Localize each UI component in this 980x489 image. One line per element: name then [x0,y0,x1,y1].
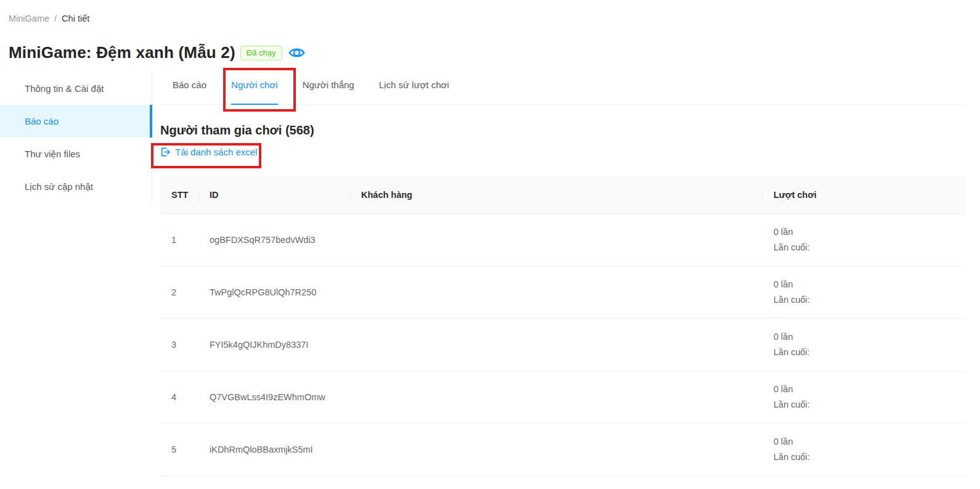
cell-customer [350,266,762,318]
last-play: Lần cuối: [774,345,955,360]
cell-plays: 0 lần Lần cuối: [762,423,965,475]
download-excel-link[interactable]: Tải danh sách excel [160,147,257,157]
column-header-stt: STT [160,176,198,213]
cell-stt: 3 [160,318,198,371]
cell-plays: 0 lần Lần cuối: [762,213,965,266]
status-badge: Đã chạy [240,46,282,60]
tab-nguoi-thang[interactable]: Người thắng [303,68,354,105]
table-header-row: STT ID Khách hàng Lượt chơi [160,176,965,213]
sidebar-item-thong-tin-cai-dat[interactable]: Thông tin & Cài đặt [0,72,152,105]
cell-plays: 0 lần Lần cuối: [762,318,965,371]
column-header-plays: Lượt chơi [762,176,965,213]
table-row: 3 FYI5k4gQIJKhmDy8337I 0 lần Lần cuối: [160,318,965,371]
cell-id: TwPglQcRPG8UlQh7R250 [198,266,350,318]
cell-stt: 2 [160,266,198,318]
last-play: Lần cuối: [774,240,955,255]
sidebar-item-thu-vien-files[interactable]: Thư viện files [0,138,152,170]
breadcrumb-minigame[interactable]: MiniGame [9,14,49,23]
sidebar-item-bao-cao[interactable]: Báo cáo [0,105,152,138]
tab-nguoi-choi[interactable]: Người chơi [231,68,278,105]
tab-lich-su-luot-choi[interactable]: Lịch sử lượt chơi [379,68,449,105]
breadcrumb-separator: / [54,14,57,23]
eye-icon [288,44,305,61]
cell-customer [350,213,762,266]
plays-count: 0 lần [774,382,955,397]
export-icon [160,147,171,157]
cell-stt: 1 [160,213,198,266]
page-header: MiniGame: Đệm xanh (Mẫu 2) Đã chạy [9,43,306,62]
table-row: 5 iKDhRmQloBBaxmjkS5mI 0 lần Lần cuối: [160,423,965,475]
page-title: MiniGame: Đệm xanh (Mẫu 2) [9,43,235,62]
cell-id: iKDhRmQloBBaxmjkS5mI [198,423,350,475]
download-excel-label: Tải danh sách excel [175,147,257,157]
column-header-id: ID [198,176,350,213]
breadcrumb-current: Chi tiết [62,14,89,23]
cell-id: Q7VGBwLss4I9zEWhmOmw [198,371,350,423]
cell-stt: 5 [160,423,198,475]
table-row: 4 Q7VGBwLss4I9zEWhmOmw 0 lần Lần cuối: [160,371,965,423]
sidebar-menu: Thông tin & Cài đặt Báo cáo Thư viện fil… [0,72,152,204]
last-play: Lần cuối: [774,292,955,308]
table-row: 1 ogBFDXSqR757bedvWdi3 0 lần Lần cuối: [160,213,965,266]
cell-customer [350,371,762,423]
plays-count: 0 lần [774,277,955,292]
report-tabs: Báo cáo Người chơi Người thắng Lịch sử l… [160,68,965,105]
cell-plays: 0 lần Lần cuối: [762,266,965,318]
last-play: Lần cuối: [774,397,955,413]
tab-bao-cao[interactable]: Báo cáo [173,68,206,105]
column-header-customer: Khách hàng [350,176,762,213]
plays-count: 0 lần [774,329,955,345]
cell-stt: 4 [160,371,198,423]
page: MiniGame/Chi tiết MiniGame: Đệm xanh (Mẫ… [0,0,980,489]
cell-id: ogBFDXSqR757bedvWdi3 [198,213,350,266]
view-game-button[interactable] [288,44,306,62]
sidebar-item-lich-su-cap-nhat[interactable]: Lịch sử cập nhật [0,170,152,203]
main-content: Báo cáo Người chơi Người thắng Lịch sử l… [160,68,965,476]
last-play: Lần cuối: [774,450,955,465]
cell-customer [350,423,762,475]
players-table: STT ID Khách hàng Lượt chơi 1 ogBFDXSqR7… [160,176,965,476]
cell-plays: 0 lần Lần cuối: [762,371,965,423]
section-title: Người tham gia chơi (568) [160,123,965,138]
breadcrumb: MiniGame/Chi tiết [9,14,89,23]
table-row: 2 TwPglQcRPG8UlQh7R250 0 lần Lần cuối: [160,266,965,318]
cell-customer [350,318,762,371]
cell-id: FYI5k4gQIJKhmDy8337I [198,318,350,371]
plays-count: 0 lần [774,434,955,450]
plays-count: 0 lần [774,224,955,240]
